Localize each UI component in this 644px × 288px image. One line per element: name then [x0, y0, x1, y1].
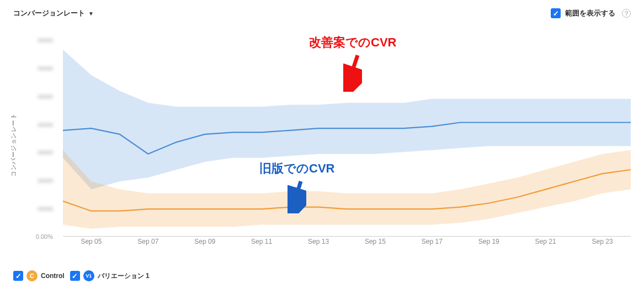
metric-dropdown[interactable]: コンバージョンレート ▼: [13, 8, 94, 18]
show-range-checkbox[interactable]: ✓: [551, 8, 561, 18]
x-tick: Sep 15: [365, 238, 386, 245]
legend-variation[interactable]: ✓ V1 バリエーション 1: [70, 270, 150, 281]
x-tick: Sep 21: [535, 238, 556, 245]
x-tick: Sep 09: [194, 238, 215, 245]
x-tick: Sep 11: [251, 238, 272, 245]
x-tick: Sep 05: [81, 238, 102, 245]
show-range-label: 範囲を表示する: [565, 8, 615, 18]
x-tick: Sep 07: [137, 238, 158, 245]
y-tick: xxxxx: [38, 121, 54, 128]
x-tick: Sep 19: [478, 238, 499, 245]
y-tick: xxxxx: [38, 36, 54, 43]
metric-dropdown-label: コンバージョンレート: [13, 8, 85, 18]
y-axis-ticks: xxxxxxxxxxxxxxxxxxxxxxxxxxxxxxxxxxx0.00%: [13, 40, 57, 237]
plot-area: [63, 40, 631, 237]
legend-control-label: Control: [41, 272, 65, 280]
legend: ✓ C Control ✓ V1 バリエーション 1: [13, 270, 150, 281]
x-tick: Sep 17: [422, 238, 443, 245]
legend-control[interactable]: ✓ C Control: [13, 270, 65, 281]
legend-control-checkbox[interactable]: ✓: [13, 271, 23, 281]
chart-svg: [63, 40, 631, 237]
y-tick: xxxxx: [38, 205, 54, 212]
chart: コンバージョンレート xxxxxxxxxxxxxxxxxxxxxxxxxxxxx…: [13, 40, 631, 250]
legend-variation-label: バリエーション 1: [98, 271, 150, 281]
x-tick: Sep 13: [308, 238, 329, 245]
x-tick: Sep 23: [592, 238, 613, 245]
legend-variation-checkbox[interactable]: ✓: [70, 271, 80, 281]
y-tick: xxxxx: [38, 93, 54, 100]
y-tick: xxxxx: [38, 177, 54, 184]
control-badge: C: [26, 270, 38, 281]
y-tick: 0.00%: [36, 233, 53, 240]
top-bar: コンバージョンレート ▼ ✓ 範囲を表示する ?: [0, 0, 644, 22]
y-tick: xxxxx: [38, 65, 54, 71]
chevron-down-icon: ▼: [88, 11, 94, 17]
y-tick: xxxxx: [38, 149, 54, 155]
variation-badge: V1: [83, 270, 94, 281]
help-icon[interactable]: ?: [622, 9, 631, 18]
show-range-toggle: ✓ 範囲を表示する ?: [551, 8, 631, 18]
x-axis-ticks: Sep 05Sep 07Sep 09Sep 11Sep 13Sep 15Sep …: [63, 238, 631, 250]
